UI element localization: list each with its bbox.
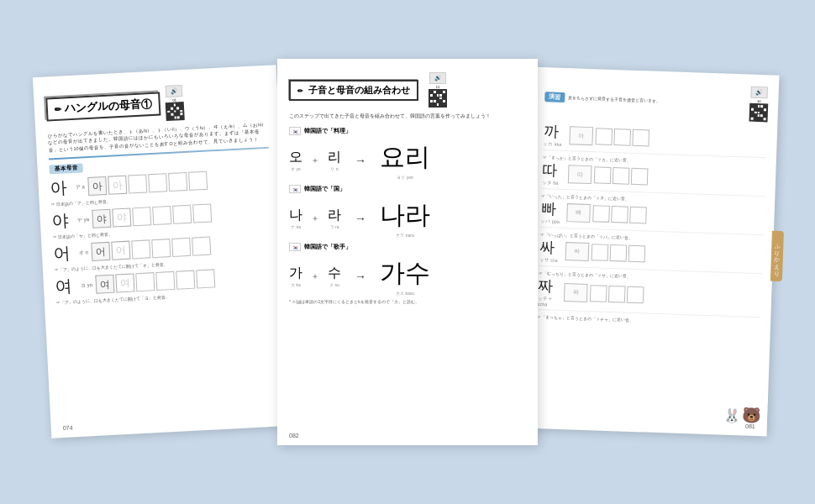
right-hangul-1: 따 [542, 160, 561, 181]
formula-right-2: 수 ス su [328, 265, 341, 287]
sample-box-2a: 어 [91, 242, 110, 261]
practice-2: 어 어 [91, 237, 211, 261]
arrow-2: → [355, 270, 366, 283]
left-section-label: 基本母音 [49, 163, 83, 174]
center-qr [429, 89, 447, 108]
kr-flag-2: 🇰🇷 [289, 243, 301, 251]
right-char-group-4: 짜 ッチャ ccha [538, 276, 562, 307]
right-wbox-1c[interactable] [631, 167, 649, 185]
write-box-1b[interactable] [152, 206, 171, 225]
arrow-1: → [355, 212, 366, 225]
right-wbox-2c[interactable] [629, 206, 647, 223]
right-wbox-3c[interactable] [628, 244, 646, 262]
right-write-1 [594, 166, 649, 185]
right-wbox-2b[interactable] [611, 205, 628, 223]
right-qr [749, 103, 768, 123]
write-box-3c[interactable] [176, 270, 195, 290]
center-title-text: 子音と母音の組み合わせ [308, 85, 410, 95]
practice-1: 야 야 [92, 204, 212, 228]
right-tab: ふりかえり [770, 231, 784, 281]
right-img-1: 따 [568, 165, 592, 184]
mascot-area: 🐰 🐻 [723, 405, 761, 425]
left-title-banner: ✏ ハングルの母音① 🔊 01 [45, 81, 267, 128]
formula-char-right-2: 수 [328, 265, 341, 282]
result-rom-2: カス kasu [396, 291, 414, 296]
write-box-2d[interactable] [192, 237, 211, 256]
right-wbox-3b[interactable] [610, 244, 628, 261]
result-rom-1: ナラ nara [396, 233, 413, 238]
result-0: 요리 ヨリ yori [380, 140, 430, 180]
right-wbox-2a[interactable] [592, 205, 610, 223]
right-roman-2: ッパ ppa [540, 218, 564, 225]
center-pencil-icon: ✏ [297, 87, 303, 95]
formula-right-0: 리 リ ri [328, 149, 341, 171]
kr-flag-0: 🇰🇷 [289, 127, 301, 135]
char-0: 아 [50, 176, 72, 200]
right-page-num: 081 [745, 423, 755, 429]
formula-left-0: 오 オ yo [289, 149, 302, 171]
left-page: ✏ ハングルの母音① 🔊 01 ひらがなでハングルを書いたとき、ト（あ/a）、ト… [33, 65, 295, 438]
sample-box-1a: 야 [92, 209, 111, 228]
write-box-2b[interactable] [151, 239, 171, 258]
formula-char-right-1: 라 [328, 207, 341, 224]
formula-rom-left-1: ナ na [291, 224, 301, 229]
right-wbox-1a[interactable] [594, 166, 612, 184]
right-audio-icon: 🔊 [750, 87, 767, 99]
sample-box-3a: 여 [95, 275, 114, 294]
right-hangul-0: 까 [544, 121, 563, 142]
mascot-rabbit-icon: 🐰 [723, 407, 741, 424]
write-box-2c[interactable] [171, 238, 191, 257]
write-box-0b[interactable] [148, 173, 167, 192]
sample-box-0b: 아 [108, 176, 127, 195]
section-word-0: 韓国語で「料理」 [304, 127, 351, 135]
left-title-text: ハングルの母音① [64, 97, 152, 116]
right-wbox-4a[interactable] [590, 285, 607, 302]
write-box-0c[interactable] [168, 172, 187, 192]
left-audio-badge: 🔊 01 [165, 85, 185, 121]
right-char-group-1: 따 ッタ tta [542, 160, 566, 186]
mascot-bear-icon: 🐻 [742, 406, 761, 425]
kr-flag-1: 🇰🇷 [289, 185, 301, 193]
result-2: 가수 カス kasu [380, 256, 430, 296]
formula-right-1: 라 ラ ra [328, 207, 341, 229]
plus-2: ＋ [311, 270, 319, 282]
right-wbox-4c[interactable] [627, 286, 644, 303]
sample-box-2b: 어 [111, 241, 130, 260]
right-img-3: 싸 [565, 242, 590, 261]
formula-left-1: 나 ナ na [289, 207, 302, 229]
write-box-1c[interactable] [172, 205, 192, 224]
write-box-0a[interactable] [128, 175, 147, 194]
formula-rom-right-1: ラ ra [330, 224, 339, 229]
write-box-3a[interactable] [135, 272, 155, 291]
right-wbox-0a[interactable] [595, 128, 613, 145]
write-box-1d[interactable] [192, 204, 212, 223]
right-wbox-4b[interactable] [608, 285, 626, 302]
right-wbox-1b[interactable] [613, 167, 630, 185]
sample-box-1b: 야 [112, 208, 131, 228]
right-wbox-0c[interactable] [632, 129, 649, 146]
formula-row-1: 나 ナ na ＋ 라 ラ ra → 나라 ナラ nara [289, 198, 526, 238]
write-box-0d[interactable] [188, 171, 208, 191]
write-box-2a[interactable] [131, 240, 150, 260]
center-audio-badge: 🔊 11 [429, 72, 447, 108]
write-box-3d[interactable] [196, 270, 215, 289]
right-wbox-0b[interactable] [613, 129, 631, 146]
center-audio-icon: 🔊 [429, 72, 446, 84]
write-box-1a[interactable] [132, 207, 151, 226]
enshu-label: 演習 [544, 92, 565, 102]
right-img-4: 짜 [564, 283, 588, 302]
section-title-2: 🇰🇷 韓国語で「歌手」 [289, 243, 526, 251]
right-roman-3: ッサ ssa [539, 257, 562, 264]
plus-0: ＋ [311, 155, 319, 166]
write-box-3b[interactable] [155, 271, 175, 291]
right-char-group-0: 까 ッカ kka [543, 121, 567, 148]
left-qr [166, 102, 185, 121]
roman-0: ア a [76, 183, 85, 192]
center-footnote: * ㅎ(g)は単語の1文字目にくるときとkを発音するので「カ」と読む。 [289, 299, 526, 304]
section-word-1: 韓国語で「国」 [304, 185, 345, 193]
roman-1: ヤ ya [77, 216, 89, 224]
formula-rom-left-2: カ ka [291, 282, 301, 287]
right-wbox-3a[interactable] [592, 244, 609, 261]
left-audio-icon: 🔊 [166, 85, 183, 97]
formula-char-left-1: 나 [289, 207, 302, 224]
